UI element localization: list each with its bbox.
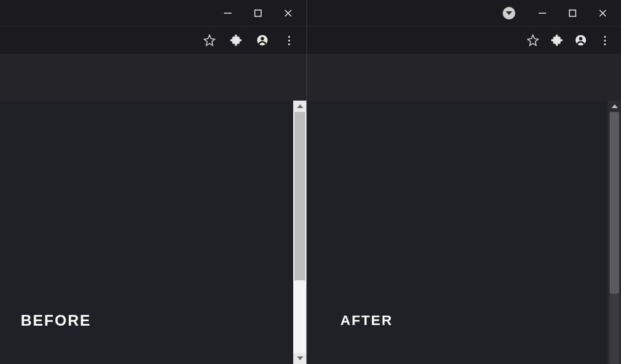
close-icon: [284, 9, 293, 18]
star-icon: [527, 34, 539, 47]
maximize-button[interactable]: [558, 3, 587, 23]
bookmark-button[interactable]: [197, 28, 222, 53]
viewport: BEFORE: [0, 101, 306, 364]
three-dots-icon: [288, 36, 290, 45]
star-icon: [203, 34, 216, 47]
menu-button[interactable]: [593, 28, 616, 53]
after-label: AFTER: [340, 312, 393, 329]
scrollbar[interactable]: [608, 101, 621, 364]
profile-button[interactable]: [569, 28, 592, 53]
titlebar: [307, 0, 621, 26]
caret-down-icon: [506, 11, 512, 15]
toolbar: [307, 26, 621, 55]
close-button[interactable]: [588, 3, 617, 23]
three-dots-icon: [604, 36, 606, 45]
minimize-button[interactable]: [528, 3, 557, 23]
maximize-button[interactable]: [243, 3, 272, 23]
scrollbar-up-button[interactable]: [608, 101, 621, 112]
scrollbar[interactable]: [293, 101, 306, 364]
content-area: BEFORE: [0, 101, 293, 364]
scrollbar-thumb[interactable]: [294, 112, 305, 280]
person-circle-icon: [256, 34, 269, 47]
minimize-icon: [223, 9, 232, 18]
scrollbar-remainder: [610, 294, 619, 364]
person-circle-icon: [574, 34, 587, 47]
content-area: AFTER: [307, 101, 608, 364]
svg-point-11: [579, 37, 582, 40]
scrollbar-up-button[interactable]: [293, 101, 306, 112]
scrollbar-track[interactable]: [608, 112, 621, 364]
scrollbar-thumb[interactable]: [610, 112, 619, 294]
maximize-icon: [568, 9, 577, 18]
minimize-icon: [538, 9, 547, 18]
right-pane: AFTER: [306, 0, 621, 364]
titlebar: [0, 0, 306, 26]
maximize-icon: [254, 9, 262, 18]
menu-button[interactable]: [276, 28, 301, 53]
chevron-down-icon: [297, 356, 303, 360]
svg-rect-1: [255, 10, 261, 16]
chevron-up-icon: [612, 104, 618, 108]
before-label: BEFORE: [21, 312, 91, 329]
bookmark-button[interactable]: [522, 28, 544, 53]
puzzle-icon: [551, 34, 563, 47]
puzzle-icon: [230, 34, 242, 47]
svg-rect-7: [569, 10, 576, 16]
extensions-button[interactable]: [545, 28, 568, 53]
extensions-button[interactable]: [223, 28, 249, 53]
svg-point-5: [260, 37, 264, 40]
close-button[interactable]: [274, 3, 303, 23]
left-pane: BEFORE: [0, 0, 306, 364]
viewport: AFTER: [307, 101, 621, 364]
header-strip: [307, 55, 621, 101]
minimize-button[interactable]: [213, 3, 242, 23]
dark-scrollbar-dropdown[interactable]: [503, 7, 515, 19]
chevron-up-icon: [297, 104, 303, 108]
header-strip: [0, 55, 306, 101]
close-icon: [598, 9, 607, 18]
profile-button[interactable]: [250, 28, 275, 53]
scrollbar-track[interactable]: [293, 112, 306, 353]
toolbar: [0, 26, 306, 55]
scrollbar-down-button[interactable]: [293, 353, 306, 364]
